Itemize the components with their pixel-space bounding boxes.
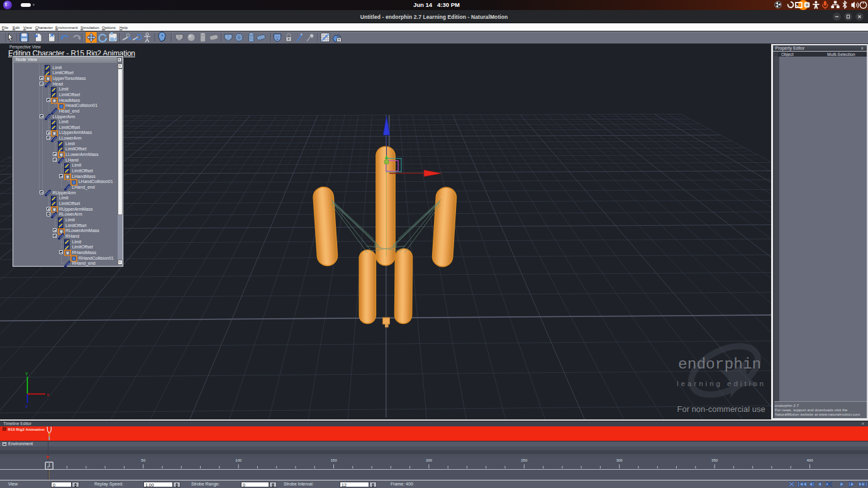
- svg-text:x: x: [47, 392, 50, 397]
- svg-text:Y: Y: [25, 372, 28, 376]
- svg-text:z: z: [26, 404, 28, 408]
